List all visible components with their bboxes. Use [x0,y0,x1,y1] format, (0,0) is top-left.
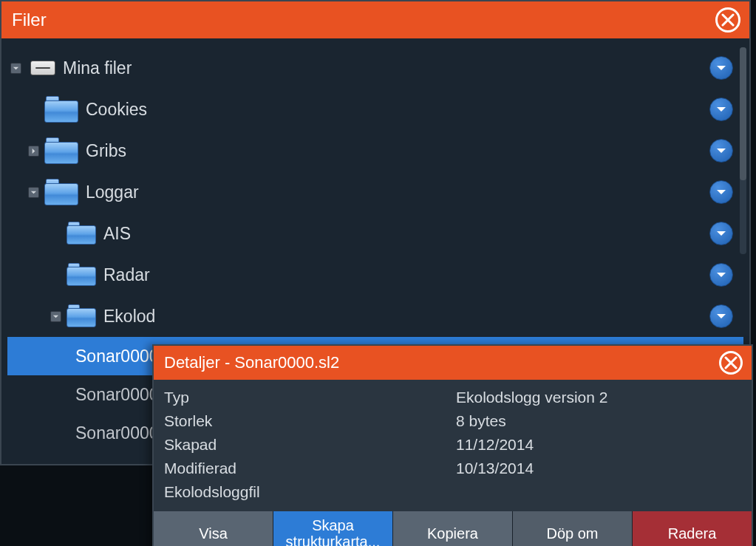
details-modified-value: 10/13/2014 [456,457,534,480]
details-button-bar: Visa Skapa strukturkarta... Kopiera Döp … [154,511,752,546]
folder-icon [44,96,78,123]
details-modified-label: Modifierad [164,457,456,480]
tree-item-radar[interactable]: Radar [7,254,743,296]
tree-item-label: AIS [103,224,131,244]
tree-item-label: Gribs [86,141,126,161]
close-icon[interactable] [719,351,743,375]
tree-item-label: Ekolod [103,307,155,327]
delete-button[interactable]: Radera [633,511,752,546]
copy-button[interactable]: Kopiera [393,511,513,546]
details-size-value: 8 bytes [456,409,506,433]
details-created-value: 11/12/2014 [456,433,534,457]
tree-item-cookies[interactable]: Cookies [7,89,743,130]
collapse-icon[interactable] [10,63,21,74]
details-created-label: Skapad [164,433,456,457]
chevron-down-icon[interactable] [709,98,733,121]
folder-icon [67,222,96,245]
tree-item-gribs[interactable]: Gribs [7,130,743,171]
folder-icon [44,179,78,205]
tree-item-label: Cookies [86,100,147,120]
filer-title-bar: Filer [1,1,749,38]
details-title: Detaljer - Sonar0000.sl2 [164,353,339,372]
details-extra-label: Ekolodsloggfil [164,480,741,504]
tree-item-label: Sonar0000 [75,347,159,366]
tree-item-label: Mina filer [63,58,132,78]
details-type-value: Ekolodslogg version 2 [456,386,607,409]
chevron-down-icon[interactable] [709,139,733,163]
folder-icon [67,263,96,287]
tree-item-root[interactable]: Mina filer [7,47,743,89]
folder-icon [67,304,96,328]
chevron-down-icon[interactable] [709,56,733,80]
chevron-down-icon[interactable] [709,222,733,245]
chevron-down-icon[interactable] [709,263,733,287]
details-body: TypEkolodslogg version 2 Storlek8 bytes … [154,380,752,511]
filer-title: Filer [12,10,47,30]
collapse-icon[interactable] [50,311,61,322]
tree-item-label: Sonar0000 [75,385,159,405]
tree-item-loggar[interactable]: Loggar [7,171,743,213]
tree-item-label: Radar [103,265,150,285]
details-title-bar: Detaljer - Sonar0000.sl2 [154,346,752,380]
drive-icon [30,61,55,75]
rename-button[interactable]: Döp om [513,511,633,546]
details-size-label: Storlek [164,409,456,433]
collapse-icon[interactable] [28,187,39,198]
create-map-button[interactable]: Skapa strukturkarta... [273,511,393,546]
details-type-label: Typ [164,386,456,409]
view-button[interactable]: Visa [154,511,273,546]
tree-item-label: Loggar [86,182,139,202]
chevron-down-icon[interactable] [709,304,733,328]
tree-item-label: Sonar0000 [75,423,159,443]
expand-icon[interactable] [28,146,39,157]
folder-icon [44,137,78,164]
tree-item-ekolod[interactable]: Ekolod [7,296,743,337]
details-panel: Detaljer - Sonar0000.sl2 TypEkolodslogg … [152,344,753,546]
close-icon[interactable] [715,7,740,33]
chevron-down-icon[interactable] [709,180,733,204]
tree-item-ais[interactable]: AIS [7,213,743,254]
